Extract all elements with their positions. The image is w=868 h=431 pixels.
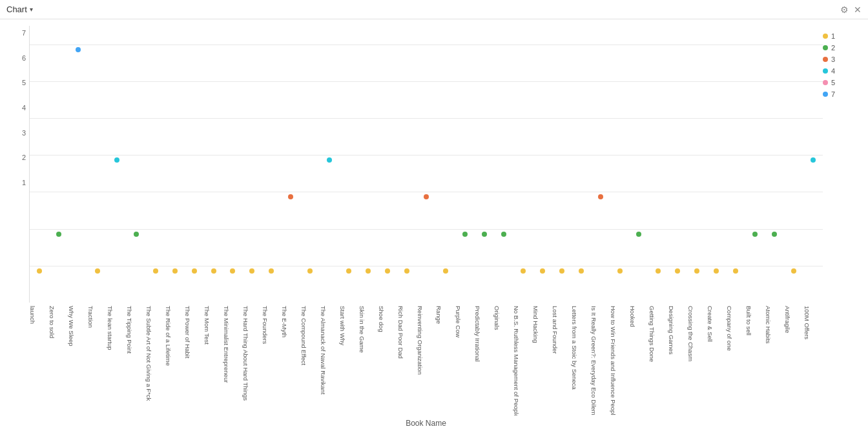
data-dot (714, 268, 719, 274)
x-label: The Power of Habit (184, 306, 191, 358)
data-dot (424, 194, 429, 199)
x-axis-area: launchZero to soldWhy We SleepTractionTh… (29, 303, 823, 416)
x-label: Rich Dad Poor Dad (397, 306, 404, 359)
x-label: Hooked (629, 306, 636, 327)
data-dot (76, 47, 81, 52)
data-dot (540, 268, 545, 274)
data-dot (462, 232, 468, 237)
data-dot (521, 268, 526, 274)
data-dot (307, 268, 313, 274)
legend-label: 5 (831, 79, 835, 86)
data-dot (269, 268, 274, 274)
data-dot (617, 268, 623, 274)
x-label: Mind Hacking (532, 306, 539, 343)
data-dot (598, 194, 603, 199)
data-dot (482, 232, 487, 237)
data-dot (579, 268, 584, 274)
legend-dot (823, 34, 828, 39)
data-dot (114, 157, 119, 163)
dropdown-icon[interactable]: ▾ (30, 6, 33, 13)
data-dot (288, 194, 293, 199)
x-label: Skin in the Game (358, 306, 366, 353)
y-tick: 1 (6, 179, 29, 186)
x-label: Originals (493, 306, 501, 330)
grid-line (30, 155, 823, 155)
data-dot (95, 268, 100, 274)
data-dot (811, 157, 816, 163)
chart-container: 7654321 launchZero to soldWhy We SleepTr… (0, 19, 868, 431)
y-tick: 2 (6, 154, 29, 161)
plot-area: 7654321 (6, 26, 823, 303)
data-dot (694, 268, 699, 274)
x-label: Antifragile (784, 306, 791, 333)
x-label: The Subtle Art of Not Giving a F*ck (145, 306, 152, 401)
x-label: The Mom Test (203, 306, 211, 345)
chart-header: Chart ▾ ⚙ ✕ (0, 0, 868, 19)
x-label: launch (29, 306, 36, 324)
legend: 1 2 3 4 5 7 (823, 26, 862, 431)
data-dot (366, 268, 371, 274)
y-tick: 6 (6, 54, 29, 62)
settings-icon[interactable]: ⚙ (840, 5, 849, 15)
x-label: Is It Really Green?: Everyday Eco Dilemm… (590, 306, 597, 416)
x-label: The Hard Thing About Hard Things (242, 306, 249, 401)
legend-dot (823, 68, 828, 74)
x-label: Company of one (726, 306, 733, 351)
x-label: The Almanack of Naval Ravikant (320, 306, 327, 394)
x-label: Crossing the Chasm (687, 306, 694, 361)
x-label: Letters from a Stoic by Seneca (571, 306, 578, 390)
x-label: 100M Offers (803, 306, 811, 339)
x-label: How to Win Friends and Influence People (610, 306, 617, 416)
x-label: Range (435, 306, 442, 324)
x-label: Getting Things Done (648, 306, 656, 362)
data-dot (327, 157, 332, 163)
legend-item: 3 (823, 55, 862, 63)
data-dot (404, 268, 409, 274)
grid-line (30, 118, 823, 119)
legend-dot (823, 80, 828, 85)
data-dot (752, 232, 758, 237)
data-dot (153, 268, 158, 274)
data-dot (134, 232, 139, 237)
close-icon[interactable]: ✕ (854, 5, 862, 15)
data-dot (346, 268, 351, 274)
x-axis-title: Book Name (29, 416, 823, 431)
x-label: Designing Games (668, 306, 675, 355)
data-dot (733, 268, 738, 274)
legend-dot (823, 57, 828, 62)
legend-label: 2 (831, 44, 835, 52)
x-label: Reinventing Organization (417, 306, 424, 375)
legend-item: 5 (823, 79, 862, 86)
x-label: Why We Sleep (68, 306, 75, 346)
data-dot (56, 232, 61, 237)
data-dot (172, 268, 178, 274)
chart-title: Chart (6, 5, 27, 14)
legend-item: 4 (823, 67, 862, 75)
x-label: Shoe dog (378, 306, 385, 332)
plot-inner (29, 26, 823, 303)
data-dot (772, 232, 777, 237)
x-label: Lost and Founder (552, 306, 559, 354)
y-axis: 7654321 (6, 26, 29, 303)
x-label: The Founders (262, 306, 269, 344)
data-dot (37, 268, 42, 274)
y-tick: 5 (6, 79, 29, 86)
legend-dot (823, 92, 828, 97)
y-tick: 4 (6, 104, 29, 112)
y-tick: 7 (6, 29, 29, 37)
x-label: Zero to sold (48, 306, 56, 338)
x-label: Built to sell (745, 306, 752, 336)
data-dot (636, 232, 641, 237)
x-label: No B.S. Ruthless Management of People an… (513, 306, 520, 416)
x-label: Predictably Irrational (474, 306, 481, 362)
legend-item: 7 (823, 90, 862, 98)
legend-item: 2 (823, 44, 862, 52)
data-dot (230, 268, 235, 274)
x-label: Atomic Habits (765, 306, 772, 344)
data-dot (559, 268, 564, 274)
x-label: The Compound Effect (300, 306, 307, 365)
data-dot (211, 268, 216, 274)
data-dot (385, 268, 390, 274)
legend-label: 7 (831, 90, 835, 98)
data-dot (675, 268, 680, 274)
